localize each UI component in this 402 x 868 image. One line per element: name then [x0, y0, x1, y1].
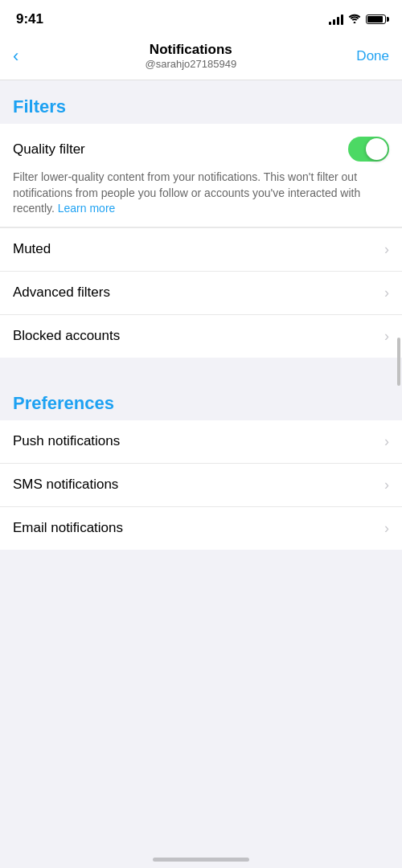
account-subtitle: @sarahjo27185949 — [146, 58, 237, 70]
quality-filter-block: Quality filter Filter lower-quality cont… — [0, 124, 402, 227]
quality-filter-description: Filter lower-quality content from your n… — [13, 170, 389, 217]
quality-filter-row: Quality filter — [13, 137, 389, 162]
push-notifications-label: Push notifications — [13, 433, 120, 449]
svg-point-0 — [354, 22, 356, 23]
status-bar: 9:41 — [0, 0, 402, 35]
filter-menu-section: Muted › Advanced filters › Blocked accou… — [0, 227, 402, 358]
filters-title: Filters — [13, 96, 66, 117]
learn-more-link[interactable]: Learn more — [58, 202, 116, 215]
filters-section-header: Filters — [0, 80, 402, 124]
nav-bar: ‹ Notifications @sarahjo27185949 Done — [0, 35, 402, 80]
email-notifications-label: Email notifications — [13, 520, 123, 536]
status-time: 9:41 — [16, 11, 43, 27]
nav-title-block: Notifications @sarahjo27185949 — [146, 42, 237, 70]
preferences-title: Preferences — [13, 393, 114, 413]
chevron-right-icon: › — [384, 241, 389, 258]
chevron-right-icon: › — [384, 477, 389, 493]
advanced-filters-label: Advanced filters — [13, 285, 110, 301]
wifi-icon — [348, 14, 361, 26]
chevron-right-icon: › — [384, 520, 389, 537]
advanced-filters-menu-item[interactable]: Advanced filters › — [0, 271, 402, 314]
blocked-accounts-label: Blocked accounts — [13, 328, 120, 344]
section-gap — [0, 358, 402, 377]
scrollbar — [397, 338, 400, 386]
sms-notifications-label: SMS notifications — [13, 477, 118, 493]
preferences-section-header: Preferences — [0, 377, 402, 420]
push-notifications-menu-item[interactable]: Push notifications › — [0, 420, 402, 463]
sms-notifications-menu-item[interactable]: SMS notifications › — [0, 463, 402, 506]
signal-icon — [329, 14, 343, 25]
email-notifications-menu-item[interactable]: Email notifications › — [0, 506, 402, 550]
blocked-accounts-menu-item[interactable]: Blocked accounts › — [0, 314, 402, 358]
done-button[interactable]: Done — [356, 48, 389, 64]
battery-icon — [366, 14, 386, 24]
toggle-knob — [366, 138, 388, 160]
page-title: Notifications — [146, 42, 237, 58]
status-icons — [329, 14, 386, 26]
preferences-menu-section: Push notifications › SMS notifications ›… — [0, 420, 402, 550]
quality-filter-toggle[interactable] — [348, 137, 389, 162]
home-indicator — [153, 858, 249, 862]
back-button[interactable]: ‹ — [13, 43, 25, 70]
muted-menu-item[interactable]: Muted › — [0, 227, 402, 271]
muted-label: Muted — [13, 241, 51, 257]
quality-filter-label: Quality filter — [13, 141, 85, 158]
chevron-right-icon: › — [384, 433, 389, 450]
chevron-right-icon: › — [384, 328, 389, 345]
chevron-right-icon: › — [384, 285, 389, 301]
